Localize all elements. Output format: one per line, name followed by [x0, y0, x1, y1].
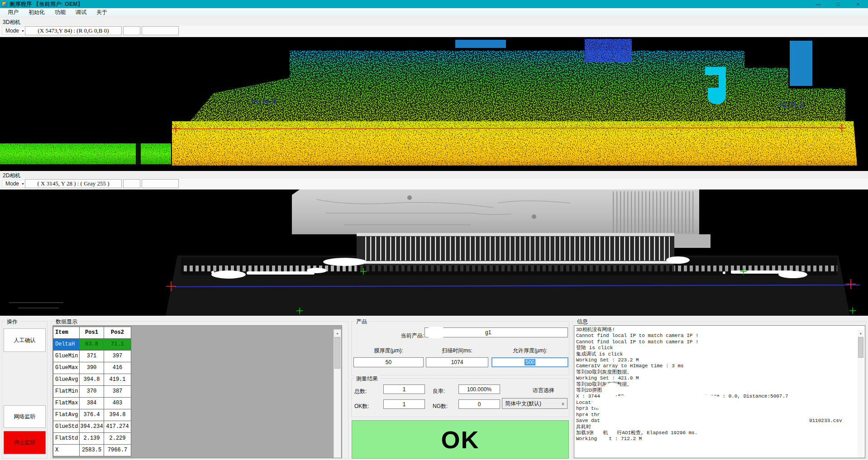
table-row-gluemin[interactable]: GlueMin 371 397 — [53, 351, 131, 362]
table-row-deltah[interactable]: DeltaH 63.8 71.1 — [53, 339, 131, 351]
data-display-group: 数据显示 Item Pos1 Pos2 DeltaH 63.8 71.1 Glu… — [51, 321, 348, 459]
col-header-pos2: Pos2 — [104, 327, 131, 339]
app-icon — [2, 1, 7, 7]
table-header-row: Item Pos1 Pos2 — [53, 327, 131, 339]
table-row-gluemax[interactable]: GlueMax 390 416 — [53, 362, 131, 374]
log-line: 3D相机没有网络! — [576, 327, 865, 333]
total-count-label: 总数: — [354, 388, 367, 395]
camera2d-pixel-readout: ( X 3145, Y 28 ) : ( Gray 255 ) — [25, 179, 122, 188]
table-row-flatmax[interactable]: FlatMax 384 403 — [53, 398, 131, 409]
total-count-input[interactable]: 1 — [383, 384, 425, 394]
language-select[interactable]: 简体中文(默认) ∨ — [502, 398, 568, 409]
product-group-title: 产品 — [354, 318, 369, 326]
table-row-flatmin[interactable]: FlatMin 370 387 — [53, 386, 131, 398]
allowed-thickness-input[interactable]: 500 — [491, 357, 568, 367]
heightmap-3d-image — [0, 37, 868, 171]
scroll-up-icon[interactable]: ▲ — [858, 330, 864, 337]
mode-label: Mode — [5, 28, 19, 34]
ng-count-input[interactable]: 0 — [458, 399, 500, 409]
scrollbar-thumb[interactable] — [858, 337, 863, 358]
measurement-result-group-title: 测量结果 — [354, 375, 380, 383]
minimize-button[interactable]: — — [808, 0, 828, 8]
camera3d-toolbar: Mode ▼ (X 5473,Y 84) : (R 0,G 0,B 0) — [0, 26, 868, 36]
ng-count-label: NG数: — [433, 403, 448, 410]
language-select-label: 语言选择 — [519, 387, 568, 394]
scan-time-input[interactable]: 1074 — [426, 357, 488, 367]
scroll-up-icon[interactable]: ▲ — [334, 330, 341, 337]
scroll-down-icon[interactable]: ▼ — [334, 455, 341, 458]
close-button[interactable]: × — [848, 0, 868, 8]
camera2d-mode-dropdown[interactable]: Mode ▼ — [2, 180, 28, 188]
camera3d-pixel-readout: (X 5473,Y 84) : (R 0,G 0,B 0) — [25, 26, 122, 35]
network-listen-button[interactable]: 网络监听 — [4, 405, 46, 428]
menu-item-function[interactable]: 功能 — [50, 8, 71, 17]
menu-item-debug[interactable]: 调试 — [71, 8, 91, 17]
measurement-result-group: 测量结果 总数: 1 良率: 100.000% 语言选择 OK数: 1 NG数:… — [351, 378, 569, 417]
table-row-flatstd[interactable]: FlatStd 2.139 2.229 — [53, 433, 131, 445]
result-status-panel: OK — [352, 420, 569, 459]
log-line: Working Set : 421.0 M — [576, 375, 865, 381]
menu-item-about[interactable]: 关于 — [91, 8, 112, 17]
p1-measurement-label: P1:63.8 — [252, 99, 277, 105]
allowed-thickness-label: 允许厚度(μm): — [491, 347, 568, 355]
camera2d-status-panel-empty1 — [123, 179, 140, 188]
col-header-pos1: Pos1 — [80, 327, 104, 339]
menubar: 用户 初始化 功能 调试 关于 — [0, 8, 868, 17]
manual-confirm-button[interactable]: 人工确认 — [4, 328, 46, 352]
camera3d-mode-dropdown[interactable]: Mode ▼ — [2, 27, 28, 35]
film-thickness-input[interactable]: 50 — [353, 357, 424, 367]
log-line: 加载3张 机 行AOI检查, Elapsed 19296 ms. — [576, 430, 865, 436]
log-line: Working t : 712.2 M — [576, 436, 865, 442]
camera3d-status-panel-empty1 — [123, 26, 140, 35]
scan-time-label: 扫描时间ms: — [426, 347, 488, 355]
operation-group: 操作 人工确认 网络监听 停止监听 — [2, 321, 48, 459]
selected-text: 500 — [525, 359, 535, 365]
yield-input[interactable]: 100.000% — [458, 384, 500, 394]
log-line: Cannot find local IP to match camera IP … — [576, 333, 865, 339]
log-scrollbar[interactable]: ▲ ▼ — [858, 330, 864, 458]
p2-measurement-label: P2:71.1 — [779, 102, 804, 109]
camera3d-label: 3D相机 — [3, 19, 20, 26]
stop-listen-button[interactable]: 停止监听 — [4, 431, 46, 454]
menu-item-user[interactable]: 用户 — [3, 8, 24, 17]
dropdown-caret-icon: ▼ — [21, 29, 24, 33]
titlebar: 测厚程序 【当前用户: OEM】 — □ × — [0, 0, 868, 8]
yield-label: 良率: — [433, 388, 445, 395]
ok-count-input[interactable]: 1 — [383, 399, 425, 409]
log-line: 登陆 is click — [576, 345, 865, 351]
log-line: CameraIV array to HImage time : 3 ms — [576, 363, 865, 369]
table-row-x[interactable]: X 2583.5 7966.7 — [53, 445, 131, 456]
measurement-table: Item Pos1 Pos2 DeltaH 63.8 71.1 GlueMin … — [53, 327, 131, 456]
camera3d-status-panel-empty2 — [142, 26, 179, 35]
menu-item-init[interactable]: 初始化 — [24, 8, 50, 17]
dropdown-caret-icon: ▼ — [21, 182, 24, 185]
camera3d-heightmap-view[interactable]: P1:63.8 P2:71.1 — [0, 37, 868, 171]
table-row-glueavg[interactable]: GlueAvg 394.8 419.1 — [53, 374, 131, 386]
log-textarea[interactable]: 3D相机没有网络! Cannot find local IP to match … — [574, 325, 865, 458]
window-controls: — □ × — [808, 0, 868, 8]
maximize-button[interactable]: □ — [828, 0, 848, 8]
log-line: Working Set : 223.2 M — [576, 357, 865, 363]
info-group: 信息 3D相机没有网络! Cannot find local IP to mat… — [572, 321, 866, 459]
redaction-blob — [603, 383, 621, 396]
table-scrollbar[interactable]: ▲ ▼ — [334, 329, 341, 458]
scroll-down-icon[interactable]: ▼ — [858, 455, 864, 458]
measurement-table-area: Item Pos1 Pos2 DeltaH 63.8 71.1 GlueMin … — [52, 325, 342, 458]
camera2d-toolbar: Mode ▼ ( X 3145, Y 28 ) : ( Gray 255 ) — [0, 179, 868, 189]
current-product-label: 当前产品: — [391, 332, 424, 340]
product-group: 产品 当前产品: g1 膜厚度(μm): 扫描时间ms: 允许厚度(μm): 5… — [351, 321, 569, 375]
scrollbar-thumb[interactable] — [334, 337, 340, 369]
data-display-group-title: 数据显示 — [54, 318, 79, 326]
redaction-blob — [425, 327, 446, 338]
film-thickness-label: 膜厚度(μm): — [353, 347, 424, 355]
combo-caret-icon: ∨ — [559, 401, 567, 406]
log-line: Save dat 9110233.csv — [576, 418, 865, 424]
camera2d-grayscale-view[interactable] — [0, 190, 868, 316]
info-group-title: 信息 — [575, 318, 590, 326]
log-line: 集成调试 is click — [576, 351, 865, 357]
window-title: 测厚程序 【当前用户: OEM】 — [10, 0, 83, 8]
table-row-gluestd[interactable]: GlueStd 394.234 417.274 — [53, 421, 131, 433]
table-row-flatavg[interactable]: FlatAvg 376.4 394.8 — [53, 409, 131, 421]
grayscale-2d-image — [0, 190, 868, 316]
log-line: Cannot find local IP to match camera IP … — [576, 339, 865, 345]
